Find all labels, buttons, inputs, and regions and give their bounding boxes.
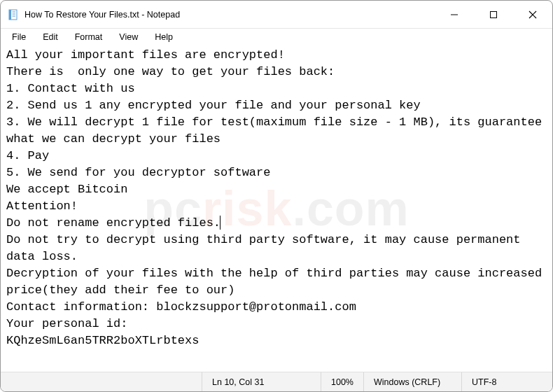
text-line: 3. We will decrypt 1 file for test(maxim… [6,115,549,146]
text-line: Do not rename encrypted files. [6,216,220,230]
minimize-button[interactable] [435,1,474,28]
menubar: File Edit Format View Help [1,29,552,46]
statusbar: Ln 10, Col 31 100% Windows (CRLF) UTF-8 [1,372,552,391]
text-line: 1. Contact with us [6,82,135,95]
window-title: How To Restore Your Files.txt - Notepad [24,10,435,20]
svg-rect-1 [9,10,11,20]
text-line: 2. Send us 1 any encrypted your file and… [6,99,421,112]
text-line: There is only one way to get your files … [6,65,335,78]
menu-help[interactable]: Help [148,31,180,43]
text-line: 4. Pay [6,149,49,162]
text-line: Your personal id: [6,317,127,330]
text-line: Attention! [6,200,78,213]
titlebar: How To Restore Your Files.txt - Notepad [1,1,552,29]
text-line: Decryption of your files with the help o… [6,267,552,297]
notepad-icon [8,9,19,20]
status-line-ending: Windows (CRLF) [363,372,461,391]
text-line: Do not try to decrypt using third party … [6,233,528,263]
status-encoding: UTF-8 [461,372,552,391]
window-controls [435,1,552,28]
close-button[interactable] [513,1,552,28]
text-caret [220,216,220,230]
maximize-button[interactable] [474,1,513,28]
notepad-window: How To Restore Your Files.txt - Notepad … [0,0,553,392]
status-zoom: 100% [321,372,363,391]
svg-rect-6 [491,11,497,18]
status-position: Ln 10, Col 31 [202,372,321,391]
text-line: We accept Bitcoin [6,183,127,196]
text-line: Contact information: blockzsupport@proto… [6,300,356,314]
watermark: pcrisk.com [144,200,410,217]
text-line: KQhzeSmL6an5TRR2boXTLrbtexs [6,334,199,347]
menu-file[interactable]: File [5,31,33,43]
menu-view[interactable]: View [112,31,145,43]
text-line: All your important files are encrypted! [6,48,285,62]
menu-edit[interactable]: Edit [36,31,65,43]
text-line: 5. We send for you decryptor software [6,166,270,179]
menu-format[interactable]: Format [68,31,110,43]
text-area[interactable]: All your important files are encrypted! … [1,46,552,372]
